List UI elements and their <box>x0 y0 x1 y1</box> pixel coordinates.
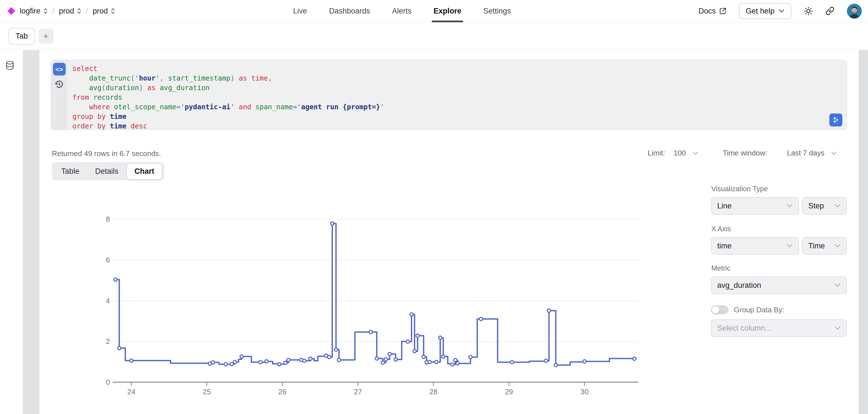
run-query-button[interactable] <box>829 114 842 126</box>
schema-browser-button[interactable] <box>6 61 14 70</box>
svg-text:6: 6 <box>106 256 110 264</box>
sql-line: where otel_scope_name='pydantic-ai' and … <box>72 102 384 112</box>
group-data-by-label: Group Data By: <box>734 306 784 314</box>
tab-table[interactable]: Table <box>54 164 87 179</box>
svg-text:27: 27 <box>354 387 362 396</box>
metric-label: Metric <box>711 264 731 272</box>
nav-alerts[interactable]: Alerts <box>392 0 411 22</box>
chevron-down-icon <box>692 151 699 155</box>
link-icon <box>826 6 834 15</box>
history-icon <box>55 80 64 89</box>
tab-chart[interactable]: Chart <box>127 163 162 180</box>
docs-link[interactable]: Docs <box>699 7 726 15</box>
time-window-value: Last 7 days <box>787 149 824 157</box>
sun-icon <box>804 6 813 16</box>
line-style-value: Step <box>808 202 824 211</box>
query-tabs-bar: Tab + <box>0 23 868 50</box>
play-icon <box>833 116 839 124</box>
svg-text:8: 8 <box>106 215 110 223</box>
chevron-down-icon <box>786 244 793 248</box>
org-selector[interactable]: logfire <box>20 7 48 15</box>
sql-line: order by time desc <box>72 121 384 131</box>
plus-icon: + <box>43 31 49 41</box>
tab-details[interactable]: Details <box>88 164 126 179</box>
org-name: logfire <box>20 7 40 15</box>
breadcrumb-separator: / <box>53 7 55 15</box>
svg-text:29: 29 <box>505 387 513 396</box>
project-selector[interactable]: prod <box>59 7 82 15</box>
limit-value: 100 <box>674 149 686 157</box>
group-column-placeholder: Select column... <box>717 324 771 332</box>
database-icon <box>6 61 14 70</box>
sql-line: date_trunc('hour', start_timestamp) as t… <box>72 73 384 83</box>
x-axis-label: X Axis <box>711 225 731 233</box>
svg-text:25: 25 <box>203 387 211 396</box>
x-axis-column-select[interactable]: time <box>711 237 799 255</box>
chevron-down-icon <box>834 204 841 208</box>
updown-chevron-icon <box>111 7 115 14</box>
query-tab[interactable]: Tab <box>8 28 35 44</box>
nav-explore[interactable]: Explore <box>433 0 461 22</box>
updown-chevron-icon <box>43 7 48 14</box>
group-data-toggle[interactable] <box>711 305 728 314</box>
environment-selector[interactable]: prod <box>93 7 115 15</box>
user-avatar[interactable] <box>847 4 862 19</box>
visualization-type-label: Visualization Type <box>711 185 768 193</box>
visualization-type-select[interactable]: Line <box>711 197 799 215</box>
x-axis-type-value: Time <box>808 242 825 250</box>
svg-text:28: 28 <box>430 387 438 396</box>
svg-text:30: 30 <box>581 387 589 396</box>
explore-page: <> select date_trunc('hour', start_times… <box>0 50 868 414</box>
group-column-select[interactable]: Select column... <box>711 319 847 337</box>
result-view-switcher: Table Details Chart <box>52 162 164 180</box>
external-link-icon <box>719 7 726 14</box>
sql-code[interactable]: select date_trunc('hour', start_timestam… <box>72 64 384 131</box>
line-style-select[interactable]: Step <box>802 197 847 215</box>
app-header: logfire / prod / prod Live Dashboards Al… <box>0 0 868 22</box>
chevron-down-icon <box>834 283 841 287</box>
chevron-down-icon <box>786 204 793 208</box>
sql-line: from records <box>72 93 384 102</box>
logfire-logo-icon <box>7 7 15 15</box>
limit-select[interactable]: 100 <box>674 149 699 157</box>
share-link-button[interactable] <box>826 6 834 15</box>
project-name: prod <box>59 7 74 15</box>
svg-text:0: 0 <box>106 378 110 386</box>
query-history-button[interactable] <box>55 80 64 89</box>
svg-text:24: 24 <box>127 387 135 396</box>
breadcrumb: logfire / prod / prod <box>7 7 115 15</box>
nav-live[interactable]: Live <box>293 0 307 22</box>
metric-select[interactable]: avg_duration <box>711 277 847 294</box>
svg-text:4: 4 <box>106 296 110 305</box>
updown-chevron-icon <box>76 7 82 14</box>
svg-text:26: 26 <box>278 387 287 396</box>
add-tab-button[interactable]: + <box>39 29 54 44</box>
environment-name: prod <box>93 7 108 15</box>
breadcrumb-separator: / <box>86 7 88 15</box>
nav-dashboards[interactable]: Dashboards <box>329 0 370 22</box>
sql-line: group by time <box>72 112 384 121</box>
chevron-down-icon <box>778 9 784 13</box>
docs-label: Docs <box>699 7 716 15</box>
avg-duration-chart: 0246824252627282930 <box>99 197 651 399</box>
scrollbar[interactable] <box>859 50 868 414</box>
chevron-down-icon <box>831 151 837 155</box>
get-help-button[interactable]: Get help <box>739 3 792 19</box>
limit-label: Limit: <box>648 149 665 157</box>
time-window-select[interactable]: Last 7 days <box>787 149 837 157</box>
chevron-down-icon <box>834 244 841 248</box>
time-window-label: Time window: <box>723 149 767 157</box>
main-nav: Live Dashboards Alerts Explore Settings <box>293 0 511 22</box>
theme-toggle-button[interactable] <box>804 6 813 16</box>
get-help-label: Get help <box>746 7 774 15</box>
nav-settings[interactable]: Settings <box>483 0 511 22</box>
visualization-type-value: Line <box>717 202 732 211</box>
x-axis-column-value: time <box>717 242 732 250</box>
sql-line: select <box>72 64 384 73</box>
format-code-button[interactable]: <> <box>53 63 66 75</box>
sql-editor[interactable]: <> select date_trunc('hour', start_times… <box>51 60 847 130</box>
query-status-text: Returned 49 rows in 6.7 seconds. <box>52 149 161 158</box>
panel-resizer[interactable] <box>23 50 39 414</box>
x-axis-type-select[interactable]: Time <box>802 237 847 255</box>
chevron-down-icon <box>834 326 841 330</box>
